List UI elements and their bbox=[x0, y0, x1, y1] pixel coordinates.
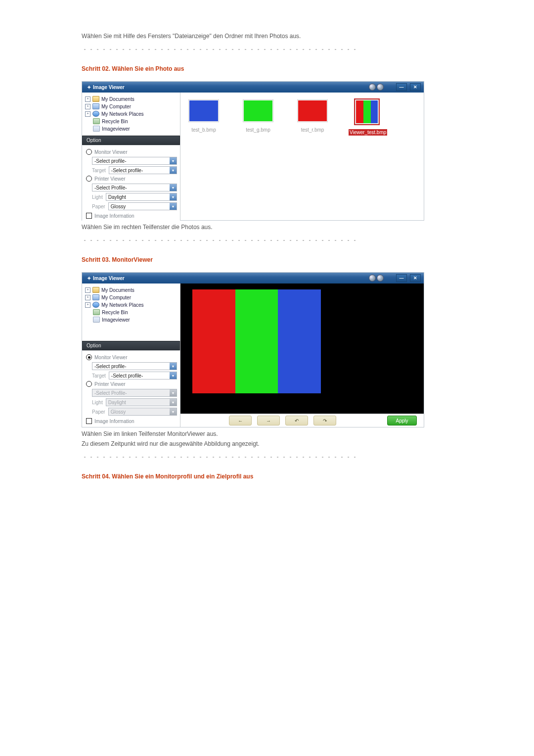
window-title: Image Viewer bbox=[93, 276, 125, 281]
thumb-viewer-test[interactable]: Viewer_test.bmp bbox=[349, 99, 385, 136]
printer-profile-select[interactable]: -Select Profile-▼ bbox=[92, 184, 177, 191]
step2-title: Schritt 02. Wählen Sie ein Photo aus bbox=[82, 65, 512, 72]
chevron-down-icon: ▼ bbox=[170, 389, 177, 396]
close-button[interactable]: ✕ bbox=[410, 274, 421, 282]
help-icon[interactable] bbox=[369, 84, 376, 91]
folder-tree[interactable]: +My Documents +My Computer +My Network P… bbox=[82, 284, 180, 341]
chevron-down-icon: ▼ bbox=[170, 184, 177, 191]
thumbnail-pane: test_b.bmp test_g.bmp test_r.bmp Viewer_… bbox=[180, 93, 424, 220]
tree-imageviewer[interactable]: Imageviewer bbox=[102, 317, 130, 323]
next-button[interactable]: → bbox=[257, 416, 280, 425]
light-label: Light bbox=[92, 194, 103, 200]
computer-icon bbox=[92, 294, 99, 300]
monitor-profile-select[interactable]: -Select profile-▼ bbox=[92, 362, 177, 370]
monitor-profile-select[interactable]: -Select profile-▼ bbox=[92, 157, 177, 165]
left-pane: +My Documents +My Computer +My Network P… bbox=[82, 284, 180, 427]
prev-button[interactable]: ← bbox=[229, 416, 252, 425]
tree-imageviewer[interactable]: Imageviewer bbox=[102, 126, 130, 132]
thumb-test-b[interactable]: test_b.bmp bbox=[185, 99, 222, 136]
tree-my-computer[interactable]: My Computer bbox=[101, 104, 131, 109]
expand-icon[interactable]: + bbox=[85, 302, 90, 308]
step2-caption: Wählen Sie im rechten Teilfenster die Ph… bbox=[82, 224, 512, 231]
target-label: Target bbox=[92, 373, 106, 378]
close-button[interactable]: ✕ bbox=[410, 83, 421, 91]
folder-icon bbox=[93, 126, 100, 132]
tree-my-computer[interactable]: My Computer bbox=[101, 295, 131, 300]
chevron-down-icon: ▼ bbox=[170, 167, 177, 174]
left-pane: +My Documents +My Computer +My Network P… bbox=[82, 93, 180, 220]
divider bbox=[82, 456, 358, 458]
window-titlebar: ✦ Image Viewer — ✕ bbox=[82, 273, 424, 284]
radio-monitor-viewer[interactable] bbox=[86, 354, 92, 360]
light-label: Light bbox=[92, 400, 103, 405]
folder-tree[interactable]: +My Documents +My Computer +My Network P… bbox=[82, 93, 180, 136]
radio-monitor-viewer[interactable] bbox=[86, 149, 92, 155]
paper-label: Paper bbox=[92, 204, 105, 209]
step3-title: Schritt 03. MonitorViewer bbox=[82, 256, 512, 263]
screenshot-step2: ✦ Image Viewer — ✕ +My Documents +My Com… bbox=[82, 81, 424, 221]
window-titlebar: ✦ Image Viewer — ✕ bbox=[82, 82, 424, 93]
apply-button[interactable]: Apply bbox=[387, 416, 417, 425]
image-info-checkbox[interactable] bbox=[86, 418, 92, 424]
image-viewer bbox=[180, 284, 424, 414]
screenshot-step3: ✦ Image Viewer — ✕ +My Documents +My Com… bbox=[82, 272, 424, 427]
thumb-test-r[interactable]: test_r.bmp bbox=[294, 99, 331, 136]
expand-icon[interactable]: + bbox=[85, 96, 90, 102]
about-icon[interactable] bbox=[377, 275, 384, 282]
viewer-pane: ← → ↶ ↷ Apply bbox=[180, 284, 424, 427]
printer-profile-select: -Select Profile-▼ bbox=[92, 389, 177, 397]
tree-recycle-bin[interactable]: Recycle Bin bbox=[102, 119, 128, 124]
option-header: Option bbox=[82, 341, 180, 350]
tree-network-places[interactable]: My Network Places bbox=[101, 302, 144, 308]
chevron-down-icon: ▼ bbox=[170, 157, 177, 164]
network-icon bbox=[92, 111, 99, 117]
help-icon[interactable] bbox=[369, 275, 376, 282]
minimize-button[interactable]: — bbox=[396, 83, 407, 91]
chevron-down-icon: ▼ bbox=[170, 372, 177, 379]
chevron-down-icon: ▼ bbox=[170, 193, 177, 200]
chevron-down-icon: ▼ bbox=[170, 408, 177, 415]
option-panel: Monitor Viewer -Select profile-▼ Target … bbox=[82, 145, 180, 222]
option-header: Option bbox=[82, 136, 180, 145]
folder-icon bbox=[92, 287, 99, 293]
monitor-viewer-label: Monitor Viewer bbox=[94, 149, 128, 155]
paper-label: Paper bbox=[92, 409, 105, 415]
rotate-ccw-button[interactable]: ↶ bbox=[285, 416, 308, 425]
thumb-test-g[interactable]: test_g.bmp bbox=[240, 99, 276, 136]
expand-icon[interactable]: + bbox=[85, 287, 90, 293]
expand-icon[interactable]: + bbox=[85, 104, 90, 109]
app-icon: ✦ bbox=[85, 274, 93, 282]
paper-select[interactable]: Glossy▼ bbox=[108, 202, 177, 210]
image-info-label: Image Information bbox=[94, 419, 134, 424]
radio-printer-viewer[interactable] bbox=[86, 176, 92, 182]
image-info-label: Image Information bbox=[94, 213, 134, 219]
rotate-cw-button[interactable]: ↷ bbox=[313, 416, 336, 425]
printer-viewer-label: Printer Viewer bbox=[94, 381, 126, 387]
image-info-checkbox[interactable] bbox=[86, 213, 92, 219]
expand-icon[interactable]: + bbox=[85, 295, 90, 300]
step4-title: Schritt 04. Wählen Sie ein Monitorprofil… bbox=[82, 473, 512, 480]
tree-recycle-bin[interactable]: Recycle Bin bbox=[102, 310, 128, 315]
step3-caption-2: Zu diesem Zeitpunkt wird nur die ausgewä… bbox=[82, 440, 512, 447]
radio-printer-viewer[interactable] bbox=[86, 381, 92, 387]
light-select: Daylight▼ bbox=[106, 398, 177, 406]
target-profile-select[interactable]: -Select profile-▼ bbox=[109, 166, 177, 174]
tree-my-documents[interactable]: My Documents bbox=[101, 287, 134, 293]
window-title: Image Viewer bbox=[93, 85, 125, 90]
tree-my-documents[interactable]: My Documents bbox=[101, 96, 134, 102]
about-icon[interactable] bbox=[377, 84, 384, 91]
light-select[interactable]: Daylight▼ bbox=[106, 193, 177, 201]
folder-icon bbox=[92, 96, 99, 102]
minimize-button[interactable]: — bbox=[396, 274, 407, 282]
tree-network-places[interactable]: My Network Places bbox=[101, 111, 144, 117]
target-label: Target bbox=[92, 168, 106, 173]
target-profile-select[interactable]: -Select profile-▼ bbox=[109, 372, 177, 379]
paper-select: Glossy▼ bbox=[108, 408, 177, 416]
step3-caption-1: Wählen Sie im linken Teilfenster Monitor… bbox=[82, 430, 512, 437]
expand-icon[interactable]: + bbox=[85, 111, 90, 117]
computer-icon bbox=[92, 103, 99, 109]
option-panel: Monitor Viewer -Select profile-▼ Target … bbox=[82, 350, 180, 427]
divider bbox=[82, 48, 358, 50]
printer-viewer-label: Printer Viewer bbox=[94, 176, 126, 182]
monitor-viewer-label: Monitor Viewer bbox=[94, 355, 128, 360]
